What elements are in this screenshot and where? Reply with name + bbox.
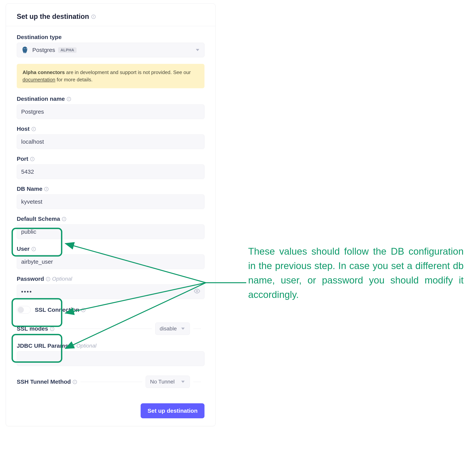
submit-row: Set up destination [6, 401, 215, 418]
destination-name-input[interactable] [17, 104, 204, 119]
destination-type-label-text: Destination type [17, 34, 62, 40]
port-input[interactable] [17, 164, 204, 179]
page-title: Set up the destination [17, 13, 96, 21]
host-input-el[interactable] [21, 138, 200, 145]
db-name-input-el[interactable] [21, 198, 200, 205]
host-input[interactable] [17, 134, 204, 149]
default-schema-label-text: Default Schema [17, 216, 60, 222]
user-input[interactable] [17, 254, 204, 269]
password-input-el[interactable] [21, 289, 200, 295]
ssl-modes-select[interactable]: disable [155, 323, 190, 335]
password-label: Password Optional [17, 276, 204, 282]
alert-strong: Alpha connectors [22, 69, 65, 75]
jdbc-input-el[interactable] [21, 355, 200, 362]
info-icon[interactable] [70, 344, 74, 348]
info-icon[interactable] [32, 127, 36, 131]
port-input-el[interactable] [21, 168, 200, 175]
user-input-el[interactable] [21, 259, 200, 265]
annotation-text: These values should follow the DB config… [248, 244, 464, 302]
user-label: User [17, 246, 204, 252]
default-schema-label: Default Schema [17, 216, 204, 222]
user-label-text: User [17, 246, 30, 252]
info-icon[interactable] [30, 157, 34, 161]
field-default-schema: Default Schema [17, 216, 204, 239]
destination-type-label: Destination type [17, 34, 204, 40]
field-destination-name: Destination name [17, 96, 204, 119]
panel-header: Set up the destination [6, 4, 215, 26]
info-icon[interactable] [50, 327, 54, 331]
page-title-text: Set up the destination [17, 13, 89, 21]
svg-point-2 [196, 290, 198, 292]
eye-icon[interactable] [194, 288, 200, 295]
chevron-down-icon [181, 328, 185, 330]
optional-hint: Optional [76, 343, 96, 349]
default-schema-input[interactable] [17, 224, 204, 239]
default-schema-input-el[interactable] [21, 229, 200, 235]
field-user: User [17, 246, 204, 269]
field-port: Port [17, 156, 204, 179]
db-name-label: DB Name [17, 186, 204, 192]
panel-body: Destination type Postgres ALPHA Alpha co… [6, 26, 215, 388]
field-password: Password Optional [17, 276, 204, 299]
info-icon[interactable] [91, 15, 96, 19]
jdbc-input[interactable] [17, 351, 204, 366]
field-db-name: DB Name [17, 186, 204, 209]
info-icon[interactable] [32, 247, 36, 251]
info-icon[interactable] [62, 217, 66, 221]
field-jdbc: JDBC URL Params Optional [17, 343, 204, 366]
password-label-text: Password [17, 276, 44, 282]
info-icon[interactable] [67, 97, 71, 101]
field-host: Host [17, 126, 204, 149]
chevron-down-icon [196, 49, 199, 51]
alert-rest: are in development and support is not pr… [65, 69, 191, 75]
host-label-text: Host [17, 126, 30, 132]
field-destination-type: Destination type Postgres ALPHA [17, 34, 204, 57]
divider [193, 382, 201, 382]
port-label: Port [17, 156, 204, 162]
ssl-modes-row: SSL modes disable [17, 323, 204, 335]
documentation-link[interactable]: documentation [22, 77, 55, 82]
destination-type-select[interactable]: Postgres ALPHA [17, 43, 204, 57]
ssl-connection-label-text: SSL Connection [35, 307, 79, 313]
ssh-tunnel-label: SSH Tunnel Method [17, 378, 77, 385]
alert-tail: for more details. [55, 77, 93, 82]
port-label-text: Port [17, 156, 28, 162]
ssl-connection-label: SSL Connection [35, 307, 85, 313]
db-name-label-text: DB Name [17, 186, 42, 192]
destination-name-input-el[interactable] [21, 108, 200, 115]
divider [193, 329, 201, 329]
alpha-warning-alert: Alpha connectors are in development and … [17, 64, 204, 88]
destination-name-label: Destination name [17, 96, 204, 102]
ssl-modes-label: SSL modes [17, 325, 54, 332]
toggle-knob [18, 307, 24, 313]
destination-name-label-text: Destination name [17, 96, 65, 102]
alpha-badge: ALPHA [58, 47, 76, 53]
svg-point-0 [24, 48, 25, 49]
ssh-tunnel-value: No Tunnel [150, 379, 175, 385]
info-icon[interactable] [73, 380, 77, 384]
jdbc-label-text: JDBC URL Params [17, 343, 68, 349]
setup-destination-button[interactable]: Set up destination [141, 403, 204, 418]
ssl-connection-toggle[interactable] [17, 306, 31, 314]
svg-point-1 [26, 48, 27, 49]
jdbc-label: JDBC URL Params Optional [17, 343, 204, 349]
password-input[interactable] [17, 284, 204, 299]
db-name-input[interactable] [17, 195, 204, 209]
ssl-modes-label-text: SSL modes [17, 325, 48, 332]
divider [58, 329, 152, 329]
ssh-tunnel-select[interactable]: No Tunnel [146, 376, 190, 388]
divider [80, 382, 142, 382]
info-icon[interactable] [44, 187, 49, 191]
destination-setup-panel: Set up the destination Destination type … [6, 3, 216, 426]
ssh-tunnel-label-text: SSH Tunnel Method [17, 378, 71, 385]
chevron-down-icon [181, 381, 185, 383]
optional-hint: Optional [52, 276, 72, 282]
host-label: Host [17, 126, 204, 132]
postgres-icon [21, 46, 29, 54]
info-icon[interactable] [81, 308, 85, 312]
ssl-modes-value: disable [160, 326, 177, 332]
info-icon[interactable] [46, 277, 50, 281]
destination-type-value: Postgres [32, 47, 55, 53]
ssl-connection-row: SSL Connection [17, 306, 204, 314]
ssh-tunnel-row: SSH Tunnel Method No Tunnel [17, 376, 204, 388]
